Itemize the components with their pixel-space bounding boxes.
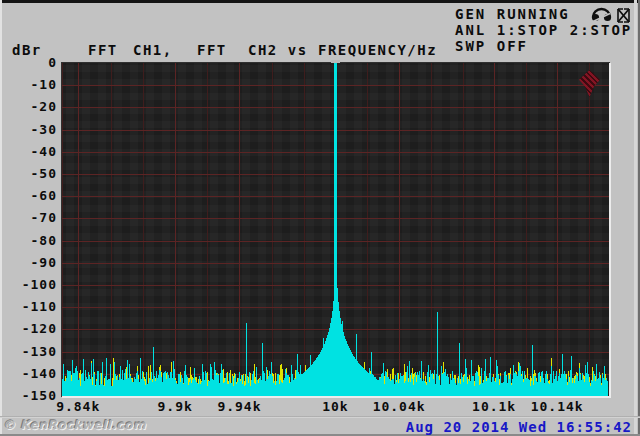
- x-axis-title: FREQUENCY/Hz: [318, 42, 437, 58]
- x-tick-label: 9.84k: [41, 400, 115, 414]
- generator-status: GEN RUNNING: [455, 6, 570, 22]
- trace1-channel: CH1,: [133, 42, 173, 58]
- x-tick-label: 10.04k: [362, 400, 436, 414]
- y-tick-label: -130: [0, 345, 57, 359]
- datetime-display: Aug 20 2014 Wed 16:55:42: [388, 419, 632, 435]
- y-tick-label: -10: [0, 78, 57, 92]
- sweep-status: SWP OFF: [455, 38, 528, 54]
- window-border-top: [0, 0, 640, 3]
- trace2-function: FFT: [197, 42, 227, 58]
- watermark: © KenRockwell.com: [3, 418, 146, 432]
- y-tick-label: -140: [0, 367, 57, 381]
- y-tick-label: -60: [0, 189, 57, 203]
- trace2-channel: CH2 vs: [248, 42, 308, 58]
- carrier-top-marker: [331, 60, 340, 63]
- y-tick-label: -100: [0, 278, 57, 292]
- y-tick-label: -120: [0, 322, 57, 336]
- y-tick-label: -20: [0, 100, 57, 114]
- y-tick-label: -30: [0, 123, 57, 137]
- headphones-muted-icon: [591, 7, 612, 23]
- y-tick-label: -90: [0, 256, 57, 270]
- y-tick-label: -40: [0, 145, 57, 159]
- trace1-function: FFT: [88, 42, 118, 58]
- spectrum-plot[interactable]: [62, 63, 609, 396]
- window-border-right-highlight: [634, 0, 637, 436]
- y-tick-label: -80: [0, 234, 57, 248]
- speaker-muted-icon: [615, 7, 632, 24]
- y-tick-label: -70: [0, 211, 57, 225]
- audio-analyzer-screen: GEN RUNNING ANL 1:STOP 2:STOP SWP OFF dB…: [0, 0, 640, 436]
- x-tick-label: 9.9k: [138, 400, 212, 414]
- y-tick-label: 0: [0, 56, 57, 70]
- y-tick-label: -110: [0, 300, 57, 314]
- x-tick-label: 9.94k: [202, 400, 276, 414]
- analyzer-status: ANL 1:STOP 2:STOP: [455, 22, 632, 38]
- x-tick-label: 10.14k: [520, 400, 594, 414]
- y-tick-label: -50: [0, 167, 57, 181]
